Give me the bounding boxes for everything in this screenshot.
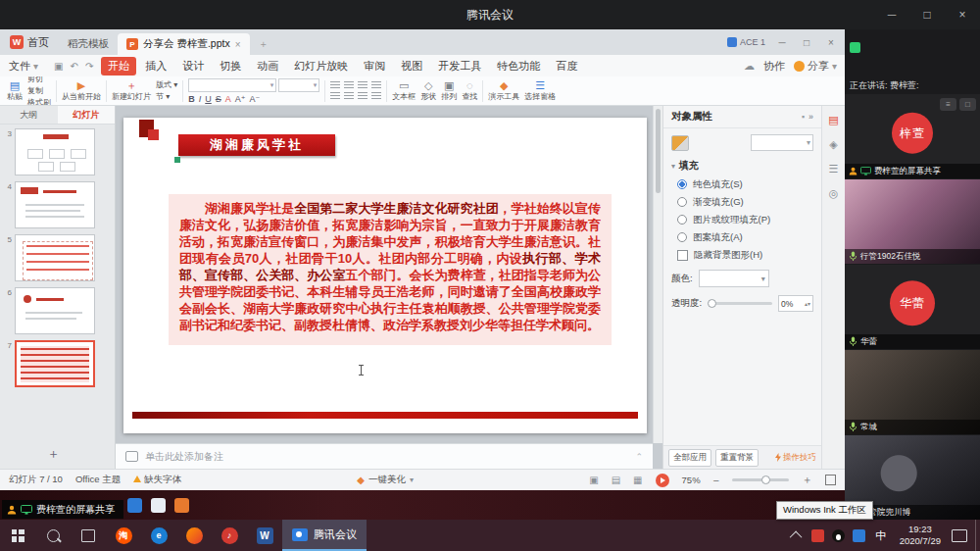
theme-name[interactable]: Office 主题 <box>75 474 121 486</box>
tray-expand-chevron[interactable] <box>787 531 808 540</box>
add-slide-button[interactable]: ＋ <box>47 445 60 463</box>
slide-thumbnail-4[interactable]: 4 <box>0 177 115 230</box>
option-gradient-fill[interactable]: 渐变填充(G) <box>663 193 821 211</box>
canvas-scrollbar[interactable] <box>653 106 662 443</box>
menu-tab-features[interactable]: 特色功能 <box>490 57 547 75</box>
tab-template-store[interactable]: 稻壳模板 <box>59 33 118 55</box>
fill-preset-combo[interactable]: ▾ <box>751 134 813 151</box>
tile-expand-icon[interactable]: □ <box>959 98 976 111</box>
share-button[interactable]: 分享 ▾ <box>794 59 837 74</box>
reset-background-button[interactable]: 重置背景 <box>715 449 759 467</box>
play-from-current-button[interactable]: ▶ 从当前开始 <box>62 79 101 101</box>
copy-button[interactable]: 复制 <box>27 85 51 96</box>
paste-button[interactable]: ▤ 粘贴 <box>7 79 23 101</box>
underline-button[interactable]: U <box>205 94 212 104</box>
align-center-icon[interactable] <box>344 92 354 100</box>
tips-link[interactable]: 操作技巧 <box>775 452 816 464</box>
presentation-tools-button[interactable]: ◆演示工具 <box>488 79 519 101</box>
close-button[interactable]: × <box>945 0 980 29</box>
zoom-out-button[interactable]: − <box>713 475 719 486</box>
section-button[interactable]: 节 ▾ <box>156 91 177 102</box>
slide-title-banner[interactable]: 湖湘廉风学社 <box>178 134 335 156</box>
menu-tab-view[interactable]: 视图 <box>394 57 429 75</box>
save-icon[interactable]: ▣ <box>54 61 63 72</box>
file-app-icon[interactable] <box>151 498 166 513</box>
section-collapse-icon[interactable]: ▾ <box>671 162 675 171</box>
slide-thumbnail-6[interactable]: 6 <box>0 283 115 336</box>
taskbar-app-word[interactable]: W <box>247 520 282 551</box>
menu-tab-animation[interactable]: 动画 <box>250 57 285 75</box>
apply-all-button[interactable]: 全部应用 <box>668 449 711 467</box>
opacity-value-box[interactable]: 0%▴▾ <box>778 295 813 312</box>
new-tab-button[interactable]: ＋ <box>250 33 277 55</box>
tab-document[interactable]: P 分享会 费梓萱.pptx × <box>118 33 250 55</box>
wps-restore-icon[interactable]: □ <box>799 37 814 48</box>
redo-icon[interactable]: ↷ <box>85 61 93 72</box>
align-right-icon[interactable] <box>358 92 368 100</box>
scrollbar-thumb[interactable] <box>656 109 661 193</box>
arrange-button[interactable]: ▣排列 <box>441 79 457 101</box>
file-menu[interactable]: 文件▾ <box>0 59 47 74</box>
option-solid-fill[interactable]: 纯色填充(S) <box>663 175 821 193</box>
plugin-badge[interactable]: ACE 1 <box>727 37 765 47</box>
italic-button[interactable]: I <box>199 94 202 104</box>
outline-strip-icon[interactable]: ☰ <box>829 163 839 175</box>
pin-icon[interactable]: ▪ <box>802 112 805 122</box>
number-list-icon[interactable] <box>344 81 354 89</box>
wps-close-icon[interactable]: × <box>823 37 839 48</box>
slide-thumbnail-7[interactable]: 7 <box>0 336 115 389</box>
fill-bucket-icon[interactable] <box>671 135 689 151</box>
menu-tab-transition[interactable]: 切换 <box>213 57 248 75</box>
line-spacing-icon[interactable] <box>371 81 381 89</box>
slide-body-textbox[interactable]: 湖湘廉风学社是全国第二家大学生廉洁文化研究社团，学社始终以宣传廉洁文化，弘扬廉洁… <box>169 194 612 345</box>
font-name-combo[interactable]: ▾ <box>188 78 276 92</box>
opacity-slider[interactable] <box>708 302 772 305</box>
help-strip-icon[interactable]: ◎ <box>829 187 839 200</box>
ime-indicator[interactable]: 中 <box>869 528 893 543</box>
indent-icon[interactable] <box>358 81 368 89</box>
taskbar-app-taobao[interactable]: 淘 <box>106 520 141 551</box>
animation-strip-icon[interactable]: ◈ <box>829 138 837 151</box>
menu-tab-baidu[interactable]: 百度 <box>549 57 584 75</box>
tile-menu-icon[interactable]: ≡ <box>940 98 956 111</box>
participant-tile-1[interactable]: ≡ □ 梓萱 费梓萱的屏幕共享 <box>845 94 980 178</box>
notes-expand-icon[interactable]: ⌃ <box>635 452 643 462</box>
tray-icon-3[interactable] <box>849 529 869 542</box>
notes-bar[interactable]: 单击此处添加备注 ⌃ <box>116 443 653 469</box>
collab-button[interactable]: 协作 <box>763 59 785 74</box>
slide-thumbnail-5[interactable]: 5 <box>0 230 115 283</box>
tab-slides[interactable]: 幻灯片 <box>58 106 116 124</box>
selection-pane-button[interactable]: ☰选择窗格 <box>524 79 556 101</box>
wps-home-button[interactable]: W 首页 <box>0 29 59 55</box>
tab-outline[interactable]: 大纲 <box>0 106 58 124</box>
font-size-combo[interactable]: ▾ <box>278 78 319 92</box>
taskbar-app-meeting[interactable]: 腾讯会议 <box>282 520 367 551</box>
shape-button[interactable]: ◇形状 <box>420 79 436 101</box>
slideshow-play-button[interactable] <box>656 474 669 487</box>
taskbar-app-firefox[interactable] <box>176 520 212 551</box>
taskbar-app-music[interactable]: ♪ <box>212 520 247 551</box>
beautify-button[interactable]: ◆ 一键美化 ▾ <box>357 474 414 486</box>
reading-view-icon[interactable]: ▦ <box>633 475 642 485</box>
wps-minimize-icon[interactable]: ─ <box>774 37 790 48</box>
format-painter-button[interactable]: 格式刷 <box>27 97 51 106</box>
screen-share-indicator[interactable]: 费梓萱的屏幕共享 <box>2 500 123 519</box>
increase-font-button[interactable]: A⁺ <box>235 94 246 104</box>
missing-font-warning[interactable]: 缺失字体 <box>133 474 181 486</box>
menu-tab-insert[interactable]: 插入 <box>138 57 173 75</box>
fullscreen-icon[interactable] <box>825 475 836 485</box>
browser-app-icon[interactable] <box>174 498 189 513</box>
new-slide-button[interactable]: ＋ 新建幻灯片 <box>112 79 151 101</box>
option-pattern-fill[interactable]: 图案填充(A) <box>663 228 821 246</box>
decrease-font-button[interactable]: A⁻ <box>250 94 261 104</box>
cut-button[interactable]: 剪切 <box>27 76 51 84</box>
color-picker-combo[interactable]: ▾ <box>699 270 769 287</box>
menu-tab-developer[interactable]: 开发工具 <box>431 57 488 75</box>
current-slide[interactable]: 湖湘廉风学社 湖湘廉风学社是全国第二家大学生廉洁文化研究社团，学社始终以宣传廉洁… <box>123 118 647 433</box>
taskbar-app-edge[interactable]: e <box>141 520 176 551</box>
sorter-view-icon[interactable]: ▤ <box>612 475 620 485</box>
collapse-panel-icon[interactable]: » <box>808 112 813 122</box>
slide-thumbnail-3[interactable]: 3 <box>0 125 115 177</box>
zoom-percent[interactable]: 75% <box>682 475 701 485</box>
undo-icon[interactable]: ↶ <box>70 61 77 72</box>
